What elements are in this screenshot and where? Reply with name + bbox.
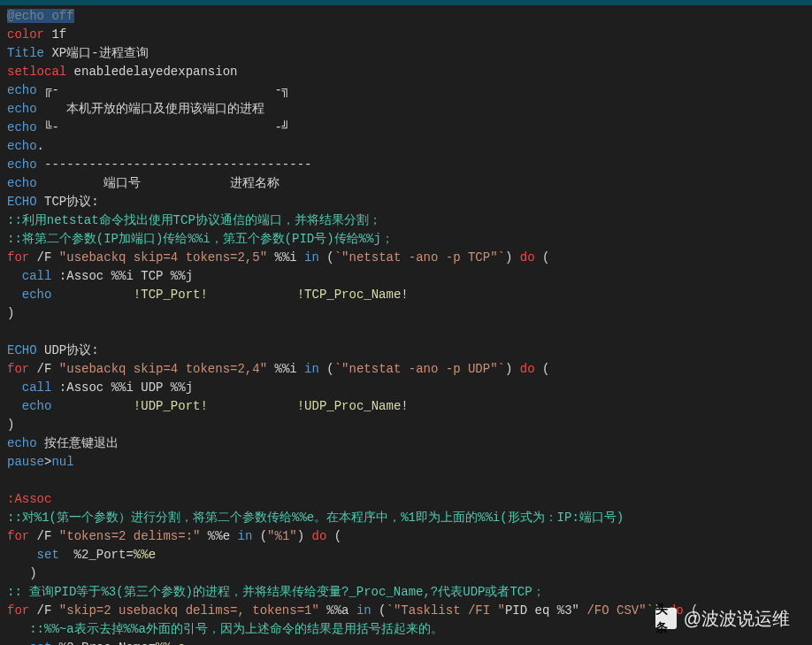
code-token: in	[304, 362, 319, 376]
code-line[interactable]: ECHO TCP协议:	[7, 193, 805, 211]
code-token: !TCP_Port!	[134, 288, 208, 302]
code-token: call	[7, 269, 51, 283]
code-editor-content[interactable]: @echo offcolor 1fTitle XP端口-进程查询setlocal…	[7, 7, 805, 645]
code-token: !UDP_Proc_Name!	[297, 399, 409, 413]
code-token: :Assoc %%i UDP %%j	[51, 380, 193, 395]
code-token: `"netstat -ano -p TCP"`	[334, 250, 505, 265]
code-line[interactable]: Title XP端口-进程查询	[7, 44, 805, 63]
code-token: !UDP_Port!	[134, 399, 208, 413]
code-token: in	[356, 603, 372, 618]
code-token: echo	[7, 436, 37, 450]
code-token: %%i	[267, 362, 304, 376]
code-token: :Assoc	[7, 492, 51, 506]
code-token: )	[297, 529, 312, 543]
code-token: %2_Port	[59, 548, 126, 562]
code-token: for	[7, 529, 29, 543]
code-token: )	[505, 250, 520, 265]
code-token: (	[372, 603, 387, 618]
code-line[interactable]: for /F "usebackq skip=4 tokens=2,5" %%i …	[7, 249, 805, 267]
code-token: call	[7, 380, 51, 395]
code-token: !TCP_Proc_Name!	[297, 288, 409, 302]
code-line[interactable]: color 1f	[7, 26, 805, 44]
code-token: echo	[7, 83, 37, 97]
code-line[interactable]: call :Assoc %%i TCP %%j	[7, 267, 805, 286]
code-token: for	[7, 362, 29, 376]
code-token: echo	[7, 157, 37, 172]
code-token: %%i	[267, 250, 304, 265]
code-line[interactable]: echo.	[7, 137, 805, 156]
code-token: setlocal	[7, 65, 66, 79]
code-line[interactable]: :: 查询PID等于%3(第三个参数)的进程，并将结果传给变量?_Proc_Na…	[7, 583, 805, 602]
code-token: ECHO	[7, 195, 37, 209]
code-token: echo	[7, 399, 51, 413]
code-line[interactable]: set %2_Proc_Name=%%~a	[7, 639, 805, 645]
code-token: "usebackq skip=4 tokens=2,4"	[59, 362, 267, 376]
code-line[interactable]: ::利用netstat命令找出使用TCP协议通信的端口，并将结果分割；	[7, 211, 805, 230]
code-token: `"netstat -ano -p UDP"`	[334, 362, 505, 376]
code-line[interactable]: echo ╔- -╗	[7, 81, 805, 100]
code-token: /F	[29, 603, 59, 618]
code-line[interactable]: setlocal enabledelayedexpansion	[7, 63, 805, 81]
code-token: =	[126, 548, 133, 562]
code-token: Title	[7, 46, 44, 60]
code-line[interactable]: echo !TCP_Port! !TCP_Proc_Name!	[7, 286, 805, 304]
code-token	[208, 288, 297, 302]
code-token: "tokens=2 delims=:"	[59, 529, 201, 543]
code-token: TCP协议:	[37, 195, 99, 209]
code-line[interactable]: :Assoc	[7, 490, 805, 509]
code-token: /FO CSV"`	[586, 603, 654, 618]
code-token: (	[535, 250, 550, 265]
code-line[interactable]: ::对%1(第一个参数）进行分割，将第二个参数传给%%e。在本程序中，%1即为上…	[7, 509, 805, 527]
code-token: ::利用netstat命令找出使用TCP协议通信的端口，并将结果分割；	[7, 213, 381, 227]
code-line[interactable]: )	[7, 416, 805, 434]
code-line[interactable]	[7, 472, 805, 490]
code-line[interactable]: for /F "tokens=2 delims=:" %%e in ("%1")…	[7, 527, 805, 546]
code-token: ::对%1(第一个参数）进行分割，将第二个参数传给%%e。在本程序中，%1即为上…	[7, 511, 624, 525]
code-token: ╔- -╗	[37, 83, 290, 97]
code-line[interactable]: )	[7, 564, 805, 583]
code-line[interactable]: echo 端口号 进程名称	[7, 174, 805, 193]
code-token: set	[7, 641, 51, 645]
code-token: :Assoc %%i TCP %%j	[51, 269, 193, 283]
code-line[interactable]: @echo off	[7, 7, 805, 26]
code-token: "skip=2 usebackq delims=, tokens=1"	[59, 603, 319, 618]
code-line[interactable]: echo ╚- -╝	[7, 119, 805, 137]
code-line[interactable]: call :Assoc %%i UDP %%j	[7, 379, 805, 397]
code-token: %2_Proc_Name	[51, 641, 148, 645]
code-token: echo	[7, 139, 37, 153]
code-token: )	[7, 418, 14, 432]
code-line[interactable]: for /F "usebackq skip=4 tokens=2,4" %%i …	[7, 360, 805, 379]
code-token: ECHO	[7, 343, 37, 357]
code-token: do	[520, 250, 535, 265]
code-token: for	[7, 603, 29, 618]
code-token: (	[535, 362, 550, 376]
code-token	[51, 288, 133, 302]
code-token: ::将第二个参数(IP加端口)传给%%i，第五个参数(PID号)传给%%j；	[7, 232, 394, 246]
code-token: :: 查询PID等于%3(第三个参数)的进程，并将结果传给变量?_Proc_Na…	[7, 585, 545, 599]
code-token: UDP协议:	[37, 343, 99, 357]
code-token: nul	[51, 455, 73, 469]
code-line[interactable]	[7, 323, 805, 342]
code-token: ╚- -╝	[37, 120, 290, 134]
code-token: 本机开放的端口及使用该端口的进程	[37, 102, 280, 116]
code-line[interactable]: echo -----------------------------------…	[7, 156, 805, 174]
code-token: =	[149, 641, 156, 645]
watermark-icon: 头条	[655, 608, 677, 629]
code-token: /F	[29, 529, 59, 543]
code-token: )	[7, 306, 14, 320]
code-token: `"Tasklist /FI "	[387, 603, 505, 618]
code-line[interactable]: pause>nul	[7, 453, 805, 472]
code-token: set	[7, 548, 59, 562]
code-line[interactable]: ECHO UDP协议:	[7, 342, 805, 360]
code-token: (	[319, 250, 334, 265]
code-token: ------------------------------------	[37, 157, 312, 172]
code-line[interactable]: echo 按任意键退出	[7, 434, 805, 453]
code-token: 端口号 进程名称	[37, 176, 280, 190]
code-line[interactable]: set %2_Port=%%e	[7, 546, 805, 564]
code-line[interactable]: ::将第二个参数(IP加端口)传给%%i，第五个参数(PID号)传给%%j；	[7, 230, 805, 249]
code-line[interactable]: )	[7, 304, 805, 323]
editor-title-bar	[0, 0, 812, 5]
code-line[interactable]: echo 本机开放的端口及使用该端口的进程	[7, 100, 805, 119]
code-token	[51, 399, 133, 413]
code-line[interactable]: echo !UDP_Port! !UDP_Proc_Name!	[7, 397, 805, 416]
